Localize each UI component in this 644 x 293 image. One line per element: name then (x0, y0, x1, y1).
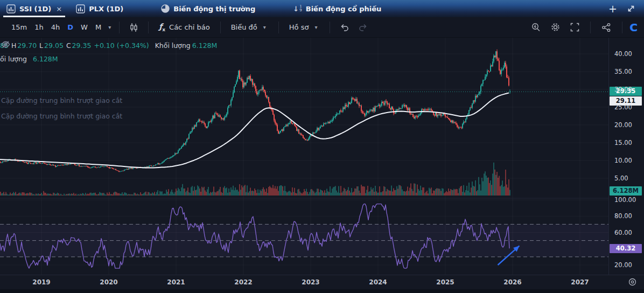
tab-label: Biến động cổ phiếu (306, 5, 382, 13)
pie-icon (161, 4, 170, 13)
rsi-tick-label: 100.00 (614, 196, 636, 204)
tab-label: Biến động thị trường (173, 5, 255, 13)
price-tick-label: 15.00 (614, 138, 632, 147)
profile-menu-label: Hồ sơ (289, 23, 309, 31)
interval-15m[interactable]: 15m (8, 21, 31, 33)
volume-legend-row: ối lượng 6.128M (0, 53, 217, 65)
chart-toolbar: 15m1h4hDWM ▾ ƒx Các chỉ báo Biểu đồ ▾ Hồ… (0, 17, 644, 38)
rsi-value-badge: 40.32 (610, 244, 642, 253)
quick-search-icon[interactable] (527, 20, 544, 35)
year-label-2026: 2026 (501, 278, 524, 286)
interval-m[interactable]: M (92, 21, 105, 33)
volume-badge: 6.128M (610, 186, 642, 196)
price-tick-label: 10.00 (614, 156, 632, 165)
year-label-2024: 2024 (366, 278, 390, 286)
interval-1h[interactable]: 1h (31, 21, 47, 33)
tabbar-actions: + (608, 0, 644, 17)
chevron-down-icon: ▾ (261, 24, 268, 30)
price-tick-label: 20.00 (614, 121, 632, 129)
add-tab-icon[interactable]: + (608, 4, 617, 14)
chart-menu-label: Biểu đồ (231, 23, 257, 31)
chart-tab-icon (76, 4, 85, 13)
price-tick-label: 30.00 (614, 85, 632, 94)
toolbar-right: C (527, 20, 644, 35)
year-label-2019: 2019 (30, 278, 53, 286)
low-label: L (39, 41, 43, 50)
toolbar-left: 15m1h4hDWM ▾ ƒx Các chỉ báo Biểu đồ ▾ Hồ… (0, 20, 372, 35)
year-label-2021: 2021 (164, 278, 188, 286)
high-value: 29.70 (17, 41, 37, 50)
chart-menu-button[interactable]: Biểu đồ ▾ (227, 21, 272, 33)
chart-tab-icon (6, 4, 16, 13)
price-tick-label: 35.00 (614, 67, 632, 76)
fullscreen-icon[interactable] (566, 20, 583, 35)
time-scale[interactable]: 201920202021202220232024202520262027 (0, 275, 644, 289)
divider (330, 22, 330, 33)
indicator-row-2: Cặp đường trung bình trượt giao cắt (1, 109, 217, 123)
interval-4h[interactable]: 4h (47, 21, 64, 33)
undo-button[interactable] (336, 20, 353, 35)
redo-button[interactable] (354, 20, 372, 35)
year-label-2020: 2020 (97, 278, 121, 286)
tab-label: SSI (1D) (19, 5, 51, 13)
sort-1-9-icon: ↓ 19 (293, 5, 302, 13)
year-label-2025: 2025 (433, 278, 457, 286)
indicators-label: Các chỉ báo (169, 23, 210, 31)
divider (220, 22, 221, 33)
volume-label-fragment: ối lượng (0, 55, 27, 63)
window-bottom-edge (0, 289, 644, 293)
divider (590, 22, 591, 33)
close-tab-icon[interactable]: × (56, 5, 62, 13)
price-tick-label: 40.00 (614, 50, 632, 58)
volume-current-value: 6.128M (33, 55, 58, 63)
volume-value: 6.128M (192, 41, 218, 50)
tab-stock-movement[interactable]: ↓ 19 Biến động cổ phiếu (286, 0, 388, 17)
interval-w[interactable]: W (77, 21, 92, 33)
price-tick-label: 25.00 (614, 103, 632, 111)
broker-logo[interactable]: C (629, 21, 638, 34)
indicator-label: Cặp đường trung bình trượt giao cắt (1, 112, 122, 120)
candle-style-button[interactable] (125, 20, 142, 34)
tab-label: PLX (1D) (89, 5, 123, 13)
gear-icon[interactable] (547, 20, 564, 35)
profile-menu-button[interactable]: Hồ sơ ▾ (285, 21, 324, 33)
tab-bar: SSI (1D) × PLX (1D) Biến động thị trường… (0, 0, 644, 17)
chart-legend: 85 H29.70 L29.05 C29.35 +0.10 (+0.34%) K… (1, 40, 217, 123)
expand-icon[interactable] (627, 4, 635, 13)
change-value: +0.10 (+0.34%) (94, 41, 149, 50)
year-label-2022: 2022 (232, 278, 255, 286)
divider (622, 22, 622, 33)
divider (119, 22, 120, 33)
rsi-tick-label: 20.00 (614, 261, 632, 269)
indicators-button[interactable]: ƒx Các chỉ báo (155, 20, 214, 34)
rsi-tick-label: 80.00 (614, 212, 632, 220)
divider (278, 22, 279, 33)
close-label: C (66, 41, 71, 50)
year-label-2027: 2027 (568, 278, 592, 286)
rsi-tick-label: 60.00 (614, 228, 632, 237)
indicator-row-1: Cặp đường trung bình trượt giao cắt (1, 94, 217, 107)
tab-ssi[interactable]: SSI (1D) × (0, 0, 68, 17)
tab-plx[interactable]: PLX (1D) (69, 0, 130, 17)
trading-terminal-window: { "tabbar": { "tabs": [ {"label": "SSI (… (0, 0, 644, 293)
price-scale[interactable]: 29.35 29.11 6.128M 40.32 40.0035.0030.00… (608, 38, 644, 275)
chart-area: 85 H29.70 L29.05 C29.35 +0.10 (+0.34%) K… (0, 38, 644, 275)
year-label-2023: 2023 (299, 278, 323, 286)
low-value: 29.05 (44, 41, 64, 50)
interval-group: 15m1h4hDWM (8, 23, 105, 31)
ohlc-legend-row: 85 H29.70 L29.05 C29.35 +0.10 (+0.34%) K… (0, 40, 217, 51)
fx-icon: ƒx (159, 22, 165, 32)
interval-d[interactable]: D (64, 21, 77, 33)
indicator-label: Cặp đường trung bình trượt giao cắt (1, 96, 122, 104)
high-label: H (11, 41, 16, 50)
close-value: 29.35 (72, 41, 92, 50)
share-icon[interactable] (598, 20, 615, 35)
price-tick-label: 5.00 (614, 174, 628, 183)
timezone-icon[interactable] (628, 278, 636, 288)
volume-bars-down (0, 170, 509, 196)
tab-market-movement[interactable]: Biến động thị trường (155, 0, 262, 17)
divider (148, 22, 149, 33)
chevron-down-icon[interactable]: ▾ (106, 24, 113, 30)
chevron-down-icon: ▾ (312, 24, 319, 30)
volume-label: Khối lượng (155, 41, 191, 50)
